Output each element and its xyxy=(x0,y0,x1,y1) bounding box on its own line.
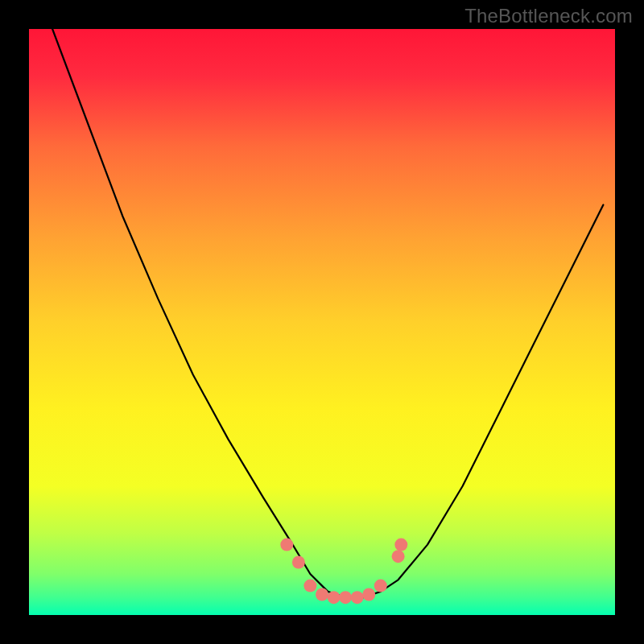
chart-frame xyxy=(0,615,644,644)
highlight-dot xyxy=(339,591,352,604)
highlight-dot xyxy=(292,556,305,569)
highlight-dot xyxy=(392,550,405,563)
highlight-dot xyxy=(394,539,407,551)
chart-frame xyxy=(615,0,644,644)
watermark-text: TheBottleneck.com xyxy=(464,5,633,27)
bottleneck-chart xyxy=(0,0,644,644)
highlight-dot xyxy=(351,591,364,604)
highlight-dot xyxy=(316,588,328,601)
highlight-dot xyxy=(362,588,375,601)
plot-background xyxy=(29,29,615,615)
highlight-dot xyxy=(280,539,293,551)
chart-container: TheBottleneck.com xyxy=(0,0,644,644)
highlight-dot xyxy=(328,591,341,604)
highlight-dot xyxy=(374,580,387,592)
chart-frame xyxy=(0,0,29,644)
highlight-dot xyxy=(303,580,316,592)
